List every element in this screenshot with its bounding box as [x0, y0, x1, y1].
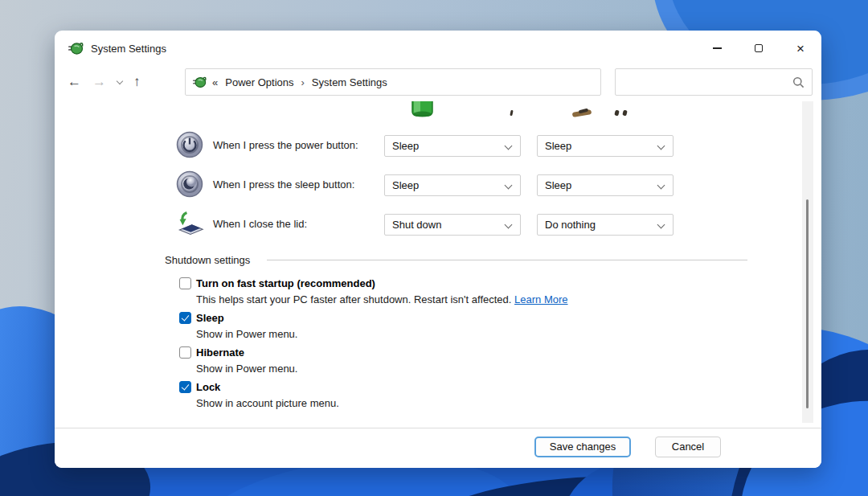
hibernate-checkbox[interactable]	[179, 346, 191, 359]
selected-value: Do nothing	[545, 219, 596, 231]
power-button-plugged-in-select[interactable]: Sleep	[537, 135, 674, 157]
cropped-header-fragment	[622, 109, 628, 116]
chevron-down-icon	[657, 142, 665, 150]
chevron-down-icon	[657, 182, 665, 190]
sleep-button-icon	[175, 170, 204, 199]
shutdown-settings-heading: Shutdown settings	[165, 254, 250, 266]
description-text: This helps start your PC faster after sh…	[196, 293, 511, 305]
system-settings-window: System Settings × ← → ↑ « Power Options …	[55, 31, 821, 468]
footer-bar: Save changes Cancel	[55, 428, 821, 468]
nav-arrows: ← → ↑	[68, 68, 141, 96]
sleep-button-on-battery-select[interactable]: Sleep	[384, 174, 521, 196]
breadcrumb-item-power-options[interactable]: Power Options	[225, 76, 293, 88]
cropped-header-fragment	[510, 110, 513, 116]
power-plug-icon[interactable]	[68, 40, 84, 56]
scrollbar-thumb[interactable]	[806, 199, 809, 408]
chevron-down-icon	[505, 142, 513, 150]
sleep-button-plugged-in-select[interactable]: Sleep	[537, 174, 674, 196]
close-lid-on-battery-select[interactable]: Shut down	[384, 214, 521, 236]
hibernate-label[interactable]: Hibernate	[196, 346, 244, 359]
address-bar[interactable]: « Power Options › System Settings	[185, 68, 601, 96]
cancel-button[interactable]: Cancel	[655, 437, 721, 457]
lock-label[interactable]: Lock	[196, 381, 220, 393]
chevron-down-icon	[505, 182, 513, 190]
save-changes-button[interactable]: Save changes	[534, 437, 631, 457]
minimize-button[interactable]	[696, 31, 738, 66]
sleep-button-label: When I press the sleep button:	[213, 178, 354, 191]
learn-more-link[interactable]: Learn More	[514, 293, 567, 305]
breadcrumb-item-system-settings[interactable]: System Settings	[312, 76, 387, 88]
close-lid-label: When I close the lid:	[213, 218, 307, 230]
close-icon: ×	[796, 42, 805, 55]
forward-button[interactable]: →	[92, 74, 106, 90]
window-controls: ×	[696, 31, 821, 66]
power-button-label: When I press the power button:	[213, 139, 358, 151]
fast-startup-checkbox[interactable]	[179, 277, 191, 289]
window-title: System Settings	[91, 43, 166, 55]
recent-pages-dropdown-icon[interactable]	[117, 77, 123, 84]
close-lid-plugged-in-select[interactable]: Do nothing	[537, 214, 674, 236]
lock-checkbox[interactable]	[179, 381, 191, 393]
sleep-description: Show in Power menu.	[196, 328, 297, 340]
power-button-icon	[175, 130, 204, 159]
power-plug-icon	[192, 75, 207, 89]
power-button-on-battery-select[interactable]: Sleep	[384, 135, 521, 157]
chevron-down-icon	[505, 221, 513, 229]
search-input[interactable]	[622, 69, 789, 95]
title-bar: System Settings ×	[55, 31, 821, 66]
search-box[interactable]	[615, 68, 813, 96]
chevron-down-icon	[657, 221, 665, 229]
lid-close-icon	[175, 209, 204, 238]
maximize-button[interactable]	[738, 31, 780, 66]
minimize-icon	[713, 47, 722, 49]
section-divider	[267, 260, 747, 260]
search-icon	[792, 76, 805, 88]
selected-value: Sleep	[392, 179, 419, 191]
navigation-toolbar: ← → ↑ « Power Options › System Settings	[55, 68, 821, 100]
selected-value: Sleep	[545, 140, 571, 152]
sleep-checkbox[interactable]	[179, 312, 191, 324]
hibernate-description: Show in Power menu.	[196, 363, 297, 375]
sleep-label[interactable]: Sleep	[196, 312, 224, 324]
up-button[interactable]: ↑	[133, 74, 141, 90]
fast-startup-description: This helps start your PC faster after sh…	[196, 293, 568, 305]
vertical-scrollbar[interactable]	[802, 101, 813, 423]
fast-startup-label[interactable]: Turn on fast startup (recommended)	[196, 277, 375, 289]
back-button[interactable]: ←	[68, 74, 81, 90]
cropped-header-fragment	[614, 109, 620, 116]
maximize-icon	[755, 44, 763, 52]
breadcrumb-collapse-button[interactable]: «	[212, 76, 218, 88]
selected-value: Shut down	[392, 219, 441, 231]
battery-icon	[411, 101, 433, 119]
breadcrumb-separator: ›	[301, 76, 305, 88]
close-button[interactable]: ×	[780, 31, 821, 66]
selected-value: Sleep	[545, 179, 571, 191]
selected-value: Sleep	[392, 140, 419, 152]
lock-description: Show in account picture menu.	[196, 397, 339, 409]
